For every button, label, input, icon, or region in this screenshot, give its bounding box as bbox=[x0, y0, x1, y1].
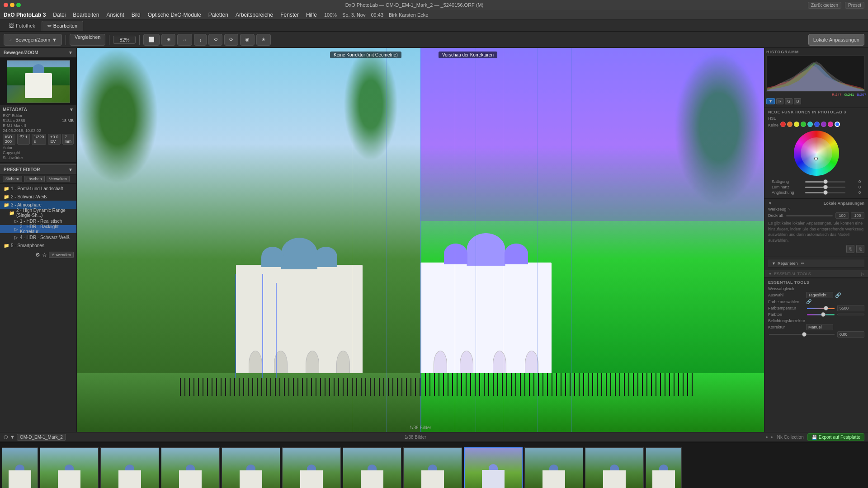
farbe-link-icon[interactable]: 🔗 bbox=[806, 299, 811, 304]
film-thumb-9[interactable]: _5240158.ORF bbox=[585, 447, 644, 488]
color-dot-purple[interactable] bbox=[821, 122, 826, 127]
tool-btn-7[interactable]: ◉ bbox=[240, 34, 255, 46]
preset-delete-btn[interactable]: Löschen bbox=[24, 176, 45, 182]
canvas-area[interactable]: Keine Korrektur (mit Geometrie) Vorschau… bbox=[77, 48, 764, 432]
item-icon-7: ▷ bbox=[14, 235, 18, 240]
preset-icon-1[interactable]: ⚙ bbox=[35, 252, 40, 258]
film-thumb-partial-last[interactable]: _5240158.ORF bbox=[646, 447, 682, 488]
color-wheel-container[interactable] bbox=[768, 131, 864, 176]
film-thumb-selected[interactable]: _5240156.ORF bbox=[464, 447, 523, 488]
menu-bild[interactable]: Bild bbox=[132, 12, 141, 18]
deckraft-row: Deckraft 100 100 bbox=[768, 212, 864, 219]
tab-bearbeiten[interactable]: ✏ Bearbeiten bbox=[42, 21, 83, 31]
menu-datei[interactable]: Datei bbox=[53, 12, 66, 18]
color-dot-green[interactable] bbox=[801, 122, 806, 127]
preset-item-6[interactable]: ▷ 3 - HDR - Backlight Korrektur bbox=[0, 225, 76, 233]
menu-hilfe[interactable]: Hilfe bbox=[306, 12, 317, 18]
color-dot-cyan[interactable] bbox=[807, 122, 813, 127]
minimize-button[interactable] bbox=[10, 3, 14, 7]
film-thumb-1[interactable]: _5240150.ORF bbox=[100, 447, 159, 488]
repairieren-header[interactable]: ▼ Reparieren ✏ bbox=[768, 259, 864, 268]
move-zoom-btn[interactable]: ↔ Bewegen/Zoom ▼ bbox=[4, 34, 62, 46]
farbtemperatur-thumb[interactable] bbox=[824, 306, 828, 310]
luminance-thumb[interactable] bbox=[823, 185, 828, 189]
rgb-btn-b[interactable]: B bbox=[794, 98, 801, 104]
color-wheel[interactable] bbox=[794, 131, 839, 176]
maximize-button[interactable] bbox=[16, 3, 21, 7]
color-cursor[interactable] bbox=[814, 157, 818, 160]
window-controls[interactable] bbox=[4, 3, 21, 7]
menu-paletten[interactable]: Paletten bbox=[208, 12, 228, 18]
export-button[interactable]: 💾 Export auf Festplatte bbox=[807, 433, 864, 441]
color-dot-pink[interactable] bbox=[828, 122, 833, 127]
tool-btn-6[interactable]: ⟳ bbox=[224, 34, 238, 46]
tool-btn-3[interactable]: ↔ bbox=[177, 34, 192, 46]
rgb-btn-r[interactable]: R bbox=[776, 98, 784, 104]
color-dot-red[interactable] bbox=[780, 122, 786, 127]
color-dot-yellow[interactable] bbox=[794, 122, 799, 127]
angleichung-track[interactable] bbox=[805, 192, 845, 193]
rgb-btn-all[interactable]: ▼ bbox=[766, 98, 775, 104]
rgb-btn-g[interactable]: G bbox=[785, 98, 793, 104]
preset-icon-2[interactable]: ☆ bbox=[42, 252, 47, 258]
local-adjustments-btn[interactable]: Lokale Anpassungen bbox=[808, 34, 864, 46]
farbton-thumb[interactable] bbox=[821, 312, 826, 317]
essential-tools-expand-icon[interactable]: ▷ bbox=[861, 272, 864, 276]
thumb-preview bbox=[7, 60, 70, 103]
film-thumb-5[interactable]: _5240154.ORF bbox=[343, 447, 401, 488]
repairieren-edit-icon[interactable]: ✏ bbox=[801, 261, 805, 266]
saturation-thumb[interactable] bbox=[823, 179, 828, 184]
wb-link-icon[interactable]: 🔗 bbox=[835, 292, 841, 298]
preset-item-4[interactable]: 📁 2 - High Dynamic Range (Single-Sh...) bbox=[0, 209, 76, 217]
preset-item-8[interactable]: 📁 5 - Smartphones bbox=[0, 241, 76, 249]
back-btn[interactable]: Zurücksetzen bbox=[808, 2, 841, 9]
preset-item-2[interactable]: 📁 2 - Schwarz-Weiß bbox=[0, 192, 76, 201]
menu-arbeitsbereiche[interactable]: Arbeitsbereiche bbox=[236, 12, 273, 18]
film-thumb-4[interactable]: _5240153.ORF bbox=[282, 447, 341, 488]
farbton-track[interactable] bbox=[807, 314, 835, 315]
move-zoom-panel-header[interactable]: Bewegen/ZOOM ▼ bbox=[0, 48, 76, 58]
angleichung-thumb[interactable] bbox=[823, 190, 828, 195]
preset-save-btn[interactable]: Sichern bbox=[3, 176, 22, 182]
saturation-track[interactable] bbox=[805, 181, 845, 183]
belichtung-track[interactable] bbox=[769, 334, 835, 335]
menu-ansicht[interactable]: Ansicht bbox=[106, 12, 124, 18]
nk-collection[interactable]: Nk Collection bbox=[777, 435, 804, 440]
farbtemperatur-track[interactable] bbox=[807, 308, 835, 309]
tab-fotothek[interactable]: 🖼 Fotothek bbox=[4, 21, 41, 31]
deckraft-track[interactable] bbox=[786, 215, 833, 216]
film-thumb-2[interactable]: _5240151.ORF bbox=[161, 447, 220, 488]
preset-item-1[interactable]: 📁 1 - Porträt und Landschaft bbox=[0, 184, 76, 192]
toolbar-sep-1 bbox=[66, 35, 66, 45]
compare-btn[interactable]: Vergleichen bbox=[70, 34, 106, 46]
menu-optische[interactable]: Optische DxO-Module bbox=[148, 12, 201, 18]
menu-fenster[interactable]: Fenster bbox=[280, 12, 299, 18]
film-thumb-3[interactable]: _5240152.ORF bbox=[222, 447, 280, 488]
preset-btn[interactable]: Preset bbox=[845, 2, 864, 9]
close-button[interactable] bbox=[4, 3, 8, 7]
belichtung-thumb[interactable] bbox=[802, 332, 807, 337]
preset-editor-header[interactable]: PRESET EDITOR ▼ bbox=[0, 164, 76, 174]
color-dot-orange[interactable] bbox=[787, 122, 793, 127]
menu-bearbeiten[interactable]: Bearbeiten bbox=[73, 12, 99, 18]
tool-btn-8[interactable]: ☀ bbox=[256, 34, 271, 46]
tool-btn-5[interactable]: ⟲ bbox=[208, 34, 222, 46]
status-icon-2[interactable]: ▼ bbox=[10, 434, 15, 440]
film-thumb-6[interactable]: _5240155.ORF bbox=[403, 447, 462, 488]
local-paste-icon[interactable]: ⎗ bbox=[856, 245, 864, 253]
luminance-track[interactable] bbox=[805, 187, 845, 188]
tool-btn-4[interactable]: ↕ bbox=[194, 34, 207, 46]
status-icon-1[interactable]: ⬡ bbox=[4, 434, 8, 440]
preset-manage-btn[interactable]: Verwalten bbox=[47, 176, 70, 182]
menu-items: DxO PhotoLab 3 Datei Bearbeiten Ansicht … bbox=[4, 12, 317, 18]
color-dot-selected[interactable] bbox=[835, 122, 840, 127]
tool-btn-2[interactable]: ⊞ bbox=[161, 34, 175, 46]
tool-btn-1[interactable]: ⬜ bbox=[143, 34, 160, 46]
film-thumb-partial-1[interactable]: _5240149.ORF bbox=[2, 447, 38, 488]
film-thumb-0[interactable]: _5240149.ORF bbox=[40, 447, 99, 488]
preset-apply-btn[interactable]: Anwenden bbox=[49, 252, 74, 258]
color-dot-blue[interactable] bbox=[814, 122, 820, 127]
film-thumb-8[interactable]: _5240157.ORF bbox=[524, 447, 583, 488]
local-copy-icon[interactable]: ⎘ bbox=[846, 245, 854, 253]
preset-item-7[interactable]: ▷ 4 - HDR - Schwarz-Weiß bbox=[0, 233, 76, 241]
